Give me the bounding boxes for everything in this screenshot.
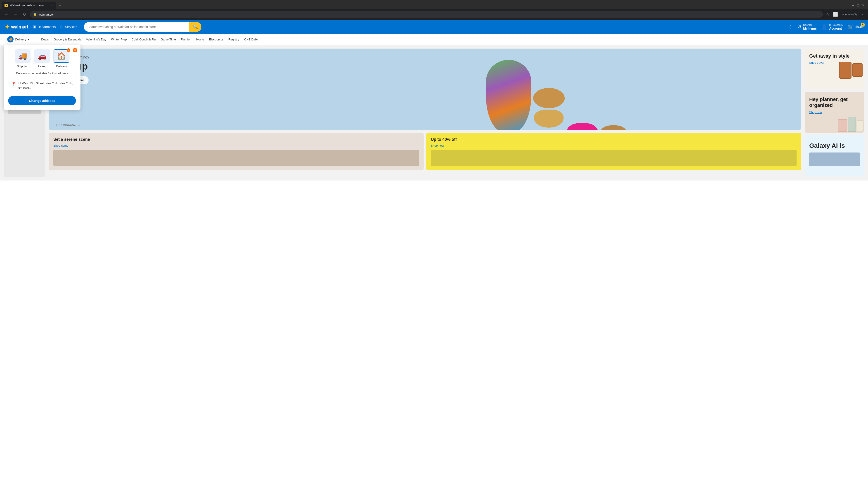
nav-link-registry[interactable]: Registry [226,35,241,44]
nav-link-coldcough[interactable]: Cold, Cough & Flu [129,35,158,44]
reorder-top: Reorder [803,23,817,26]
delivery-icon-wrapper: 🏠 ✓ [54,49,69,63]
tab-close-icon[interactable]: × [51,4,53,7]
notebook-2 [848,117,856,132]
logo-text: walmart [11,24,28,30]
hero-image-area [312,48,801,130]
nav-link-winter[interactable]: Winter Prep [109,35,129,44]
nav-link-onedebit[interactable]: ONE Debit [242,35,260,44]
cart-action[interactable]: 🛒 0 $0.00 [848,24,864,30]
nav-link-fashion[interactable]: Fashion [179,35,193,44]
address-bar[interactable]: 🔒 walmart.com [30,11,823,18]
browser-chrome: ✦ Walmart has deals on the most... × + −… [0,0,868,20]
discount-banner: Up to 40% off Shop now [426,133,801,170]
close-window-button[interactable]: × [862,3,864,8]
header-actions: ♡ ↺ Reorder My Items 👤 Hi, Lauren D Acco… [788,23,864,31]
services-nav[interactable]: ⊙ Services [60,24,77,29]
back-button[interactable]: ← [3,11,10,18]
account-text: Hi, Lauren D Account [829,23,843,31]
pickup-option[interactable]: 🚗 Pickup [34,49,50,68]
reload-button[interactable]: ↻ [21,11,28,18]
delivery-option-label: Delivery [56,65,67,68]
hero-banner: Vacay on your mind? Suit up Shop swimwea… [49,48,801,130]
reorder-action[interactable]: ↺ Reorder My Items [797,23,817,31]
side-banners: Get away in style Shop travel Hey planne… [805,45,868,181]
new-tab-button[interactable]: + [57,2,63,9]
address-pin-icon: 📍 [11,82,16,87]
swimwear-display [312,48,801,130]
shipping-option[interactable]: 🚚 Shipping [15,49,31,68]
nav-link-home[interactable]: Home [194,35,206,44]
spark-icon: ✦ [4,23,10,31]
change-address-button[interactable]: Change address [8,96,76,105]
navbar-container: 🚚 Delivery ▾ | Deals Grocery & Essential… [0,34,868,45]
delivery-icon: 🚚 [7,36,13,42]
dropdown-close-icon[interactable]: × [73,48,77,53]
planner-card-link[interactable]: Shop now [809,110,822,114]
departments-label: Departments [37,25,56,29]
home-banner-link[interactable]: Shop home [53,144,68,147]
heart-icon: ♡ [788,24,793,30]
pickup-label: Pickup [37,65,46,68]
tab-title: Walmart has deals on the most... [10,4,49,7]
shipping-icon: 🚚 [18,52,27,60]
tab-favicon: ✦ [4,4,8,7]
account-label: Account [829,26,843,31]
galaxy-image [809,153,860,166]
delivery-warning-text: Delivery is not available for this addre… [8,72,76,75]
nav-link-grocery[interactable]: Grocery & Essentials [51,35,83,44]
account-greeting: Hi, Lauren D [829,23,843,26]
delivery-dropdown: × 🚚 Shipping 🚗 Pickup 🏠 ✓ Delivery [4,45,81,110]
menu-icon[interactable]: ⋮ [860,11,865,18]
home-banner-image [53,150,419,166]
departments-icon: ⊞ [33,24,36,29]
cart-count: 0 [861,23,865,27]
nav-link-gametime[interactable]: Game Time [158,35,178,44]
walmart-logo[interactable]: ✦ walmart [4,23,28,31]
pink-bottom [566,123,598,130]
extensions-icon[interactable]: ⬜ [832,11,839,18]
discount-banner-title: Up to 40% off [431,137,797,142]
galaxy-title: Galaxy AI is [809,140,860,150]
planner-card-title: Hey planner, get organized [809,96,860,108]
delivery-option-selected[interactable]: 🏠 ✓ Delivery [54,49,69,68]
incognito-account[interactable]: Incognito (3) [841,12,858,17]
swimsuit-colorful [486,60,531,130]
delivery-button[interactable]: 🚚 Delivery ▾ | [4,34,36,45]
delivery-address-text: 47 West 13th Street, New York, New York,… [18,81,73,90]
window-controls: − □ × [852,3,866,8]
delivery-active-indicator: ✓ [67,48,70,52]
nav-link-valentines[interactable]: Valentine's Day [84,35,108,44]
browser-tab-active[interactable]: ✦ Walmart has deals on the most... × [2,2,56,9]
search-button[interactable]: 🔍 [189,22,202,32]
pickup-icon-wrapper: 🚗 [34,49,50,63]
search-input[interactable] [84,23,189,31]
services-label: Services [65,25,77,29]
travel-card-link[interactable]: Shop travel [809,61,824,64]
shipping-label: Shipping [17,65,29,68]
services-icon: ⊙ [60,24,64,29]
departments-nav[interactable]: ⊞ Departments [33,24,56,29]
reload-icon: ↻ [23,12,26,17]
home-banner: Set a serene scene Shop home [49,133,424,170]
browser-toolbar: ← → ↻ 🔒 walmart.com ☆ ⬜ Incognito (3) ⋮ [0,9,868,20]
home-banner-title: Set a serene scene [53,137,419,142]
nav-link-electronics[interactable]: Electronics [207,35,226,44]
divider: | [33,37,33,41]
walmart-header: ✦ walmart ⊞ Departments ⊙ Services 🔍 ♡ ↺… [0,20,868,34]
header-nav: ⊞ Departments ⊙ Services [33,24,77,29]
minimize-button[interactable]: − [852,3,854,8]
wishlist-action[interactable]: ♡ [788,24,793,30]
toolbar-icons: ☆ ⬜ Incognito (3) ⋮ [825,11,865,18]
address-url: walmart.com [39,13,820,16]
forward-button[interactable]: → [12,11,19,18]
account-action[interactable]: 👤 Hi, Lauren D Account [821,23,843,31]
bookmark-icon[interactable]: ☆ [825,11,830,18]
lock-icon: 🔒 [33,13,37,16]
maximize-button[interactable]: □ [857,3,860,8]
nav-link-deals[interactable]: Deals [39,35,51,44]
beige-bottom [534,109,563,128]
nav-bar: 🚚 Delivery ▾ | Deals Grocery & Essential… [0,34,868,45]
discount-banner-link[interactable]: Shop now [431,144,444,147]
delivery-options: 🚚 Shipping 🚗 Pickup 🏠 ✓ Delivery [8,49,76,68]
